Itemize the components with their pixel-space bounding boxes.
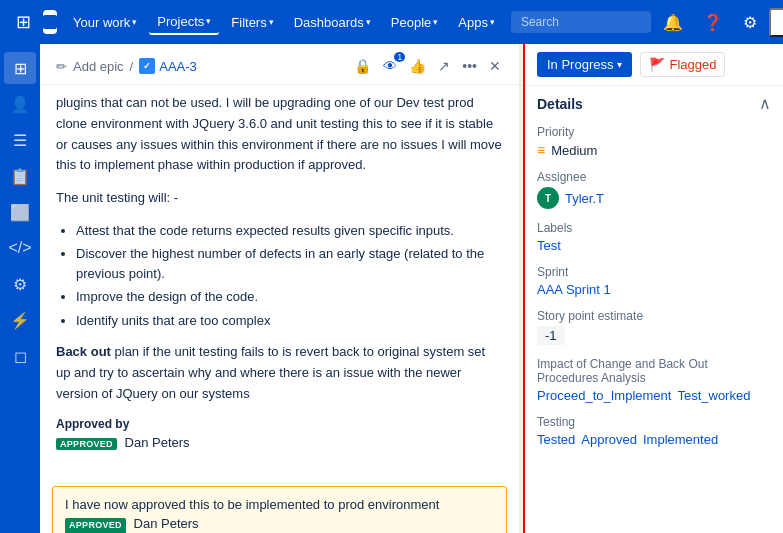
close-icon[interactable]: ✕ (487, 56, 503, 76)
assignee-value[interactable]: Tyler.T (565, 191, 604, 206)
chevron-down-icon: ▾ (132, 17, 137, 27)
bullet-list: Attest that the code returns expected re… (56, 221, 503, 331)
help-icon[interactable]: ❓ (695, 9, 731, 36)
apps-nav[interactable]: Apps ▾ (450, 11, 503, 34)
impact-tag[interactable]: Test_worked (677, 388, 750, 403)
status-label: In Progress (547, 57, 613, 72)
top-navigation: ⊞ Your work ▾ Projects ▾ Filters ▾ Dashb… (0, 0, 783, 44)
label-tag[interactable]: Test (537, 238, 561, 253)
sidebar-lightning-icon[interactable]: ⚡ (4, 304, 36, 336)
nav-logo[interactable] (43, 10, 57, 34)
details-section: Details ∧ Priority ≡ Medium Assignee T (525, 86, 783, 467)
details-header: Details ∧ (537, 94, 771, 113)
chevron-down-icon: ▾ (269, 17, 274, 27)
settings-icon[interactable]: ⚙ (735, 9, 765, 36)
approved-by-label: Approved by (56, 417, 503, 431)
eye-count-badge: 1 (394, 52, 405, 62)
more-icon[interactable]: ••• (460, 56, 479, 76)
left-panel: ✏ Add epic / ✓ AAA-3 🔒 👁 1 👍 ↗ ••• ✕ (40, 44, 519, 533)
priority-value: Medium (551, 143, 597, 158)
testing-row: Testing Tested Approved Implemented (537, 415, 771, 447)
approved-name: Dan Peters (125, 435, 190, 450)
back-out-bold: Back out (56, 344, 111, 359)
list-item: Improve the design of the code. (76, 287, 503, 307)
right-panel: In Progress ▾ 🚩 Flagged Details ∧ Priori… (523, 44, 783, 533)
main-layout: ⊞ 👤 ☰ 📋 ⬜ </> ⚙ ⚡ ◻ ✏ Add epic / ✓ AAA-3… (0, 44, 783, 533)
unit-testing-label: The unit testing will: - (56, 188, 503, 209)
sidebar-user-icon[interactable]: 👤 (4, 88, 36, 120)
your-work-nav[interactable]: Your work ▾ (65, 11, 145, 34)
testing-tag[interactable]: Tested (537, 432, 575, 447)
comment-approved-name: Dan Peters (134, 516, 199, 531)
impact-row: Impact of Change and Back Out Procedures… (537, 357, 771, 403)
list-item: Identify units that are too complex (76, 311, 503, 331)
chevron-down-icon: ▾ (206, 16, 211, 26)
like-icon[interactable]: 👍 (407, 56, 428, 76)
assignee-label: Assignee (537, 170, 771, 184)
back-out-text: Back out plan if the unit testing fails … (56, 342, 503, 404)
list-item: Discover the highest number of defects i… (76, 244, 503, 283)
chevron-down-icon: ▾ (490, 17, 495, 27)
projects-nav[interactable]: Projects ▾ (149, 10, 219, 35)
assignee-avatar: T (537, 187, 559, 209)
grid-icon[interactable]: ⊞ (8, 7, 39, 37)
status-bar: In Progress ▾ 🚩 Flagged (525, 44, 783, 86)
testing-tags: Tested Approved Implemented (537, 432, 771, 447)
sidebar-home-icon[interactable]: ⊞ (4, 52, 36, 84)
sprint-row: Sprint AAA Sprint 1 (537, 265, 771, 297)
share-icon[interactable]: ↗ (436, 56, 452, 76)
comment-approved-badge: APPROVED (65, 518, 126, 533)
story-point-row: Story point estimate -1 (537, 309, 771, 345)
comment-highlight-box: I have now approved this to be implement… (52, 486, 507, 533)
sidebar-list-icon[interactable]: ☰ (4, 124, 36, 156)
notifications-icon[interactable]: 🔔 (655, 9, 691, 36)
collapse-icon[interactable]: ∧ (759, 94, 771, 113)
sidebar-square-icon[interactable]: ◻ (4, 340, 36, 372)
testing-label: Testing (537, 415, 771, 429)
lock-icon[interactable]: 🔒 (352, 56, 373, 76)
approved-row: APPROVED Dan Peters (56, 435, 503, 450)
labels-label: Labels (537, 221, 771, 235)
list-item: Attest that the code returns expected re… (76, 221, 503, 241)
sidebar-gear-icon[interactable]: ⚙ (4, 268, 36, 300)
sidebar-board-icon[interactable]: 📋 (4, 160, 36, 192)
create-button[interactable]: Create (769, 8, 783, 37)
ticket-label[interactable]: AAA-3 (159, 59, 197, 74)
labels-row: Labels Test (537, 221, 771, 253)
status-button[interactable]: In Progress ▾ (537, 52, 632, 77)
story-value: -1 (537, 326, 565, 345)
flagged-button[interactable]: 🚩 Flagged (640, 52, 725, 77)
sidebar-code-icon[interactable]: </> (4, 232, 36, 264)
assignee-row: Assignee T Tyler.T (537, 170, 771, 209)
story-label: Story point estimate (537, 309, 771, 323)
ticket-icon: ✓ (139, 58, 155, 74)
breadcrumb-actions: 🔒 👁 1 👍 ↗ ••• ✕ (352, 56, 503, 76)
labels-values: Test (537, 238, 771, 253)
dashboards-nav[interactable]: Dashboards ▾ (286, 11, 379, 34)
flagged-label: Flagged (669, 57, 716, 72)
status-chevron-icon: ▾ (617, 59, 622, 70)
content-area: ✏ Add epic / ✓ AAA-3 🔒 👁 1 👍 ↗ ••• ✕ (40, 44, 783, 533)
edit-icon[interactable]: ✏ (56, 59, 67, 74)
approved-badge: APPROVED (56, 438, 117, 450)
sprint-value[interactable]: AAA Sprint 1 (537, 282, 611, 297)
sprint-label: Sprint (537, 265, 771, 279)
left-sidebar: ⊞ 👤 ☰ 📋 ⬜ </> ⚙ ⚡ ◻ (0, 44, 40, 533)
search-input[interactable] (511, 11, 651, 33)
chevron-down-icon: ▾ (433, 17, 438, 27)
breadcrumb-separator: / (130, 59, 134, 74)
people-nav[interactable]: People ▾ (383, 11, 446, 34)
add-epic-label[interactable]: Add epic (73, 59, 124, 74)
comment-text: I have now approved this to be implement… (65, 497, 439, 512)
eye-icon[interactable]: 👁 1 (381, 56, 399, 76)
impact-tag[interactable]: Proceed_to_Implement (537, 388, 671, 403)
testing-tag[interactable]: Approved (581, 432, 637, 447)
breadcrumb: ✏ Add epic / ✓ AAA-3 🔒 👁 1 👍 ↗ ••• ✕ (40, 44, 519, 85)
filters-nav[interactable]: Filters ▾ (223, 11, 281, 34)
sidebar-box-icon[interactable]: ⬜ (4, 196, 36, 228)
breadcrumb-ticket[interactable]: ✓ AAA-3 (139, 58, 197, 74)
impact-label: Impact of Change and Back Out Procedures… (537, 357, 771, 385)
priority-row: Priority ≡ Medium (537, 125, 771, 158)
main-content: plugins that can not be used. I will be … (40, 85, 519, 478)
testing-tag[interactable]: Implemented (643, 432, 718, 447)
